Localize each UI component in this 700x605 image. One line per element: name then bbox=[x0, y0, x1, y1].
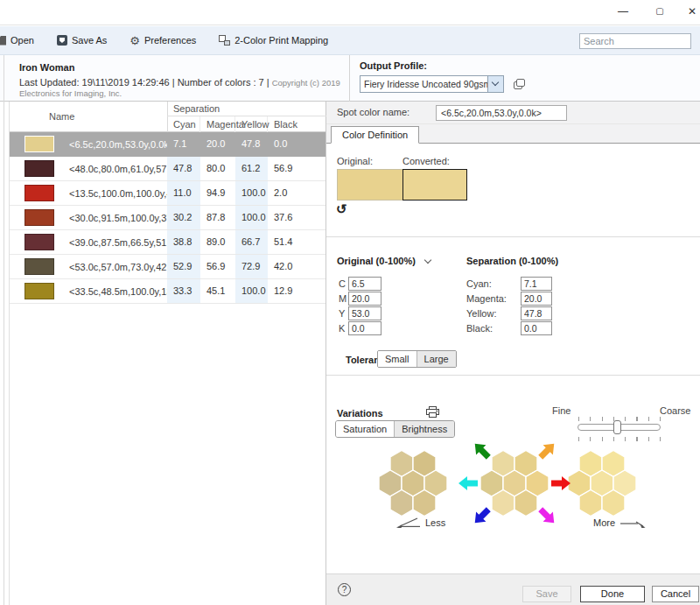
open-button[interactable]: Open bbox=[0, 35, 34, 46]
yellow-value: 66.7 bbox=[235, 230, 268, 254]
color-swatch bbox=[24, 234, 54, 250]
save-as-button[interactable]: Save As bbox=[57, 35, 107, 46]
hue-arrow-w-icon[interactable] bbox=[458, 476, 478, 490]
more-indicator: More bbox=[593, 517, 647, 528]
original-section-title[interactable]: Original (0-100%) bbox=[337, 256, 430, 266]
reset-icon[interactable]: ↺ bbox=[336, 202, 347, 215]
help-icon[interactable]: ? bbox=[338, 583, 351, 596]
close-button[interactable]: ✕ bbox=[682, 3, 700, 20]
editor-footer: ? Save Done Cancel bbox=[326, 573, 700, 605]
output-profile-select[interactable]: Fiery Iridesse Uncoated 90gsm v1F bbox=[360, 75, 504, 93]
column-header-black[interactable]: Black bbox=[268, 116, 326, 132]
color-swatch bbox=[24, 283, 54, 299]
yellow-value: 72.9 bbox=[235, 255, 268, 278]
left-edge-line bbox=[4, 55, 4, 605]
magenta-value: 94.9 bbox=[200, 181, 235, 205]
table-row[interactable]: <48.0c,80.0m,61.0y,57.0k>47.880.061.256.… bbox=[10, 157, 326, 181]
black-value: 51.4 bbox=[268, 230, 326, 254]
library-header: Iron Woman Last Updated: 19\11\2019 14:2… bbox=[0, 55, 700, 102]
hue-arrow-se-icon[interactable] bbox=[536, 504, 559, 528]
cyan-value: 7.1 bbox=[167, 132, 200, 156]
black-value: 56.9 bbox=[268, 157, 326, 180]
search-box bbox=[579, 33, 691, 49]
variation-hexagon[interactable] bbox=[413, 490, 436, 517]
color-list-panel: Name Separation Cyan Magenta Yellow Blac… bbox=[9, 102, 326, 605]
color-name: <39.0c,87.5m,66.5y,51.5k> bbox=[69, 237, 167, 248]
cancel-button[interactable]: Cancel bbox=[652, 586, 699, 602]
color-swatch bbox=[24, 160, 54, 177]
table-row[interactable]: <6.5c,20.0m,53.0y,0.0k>7.120.047.80.0 bbox=[10, 132, 326, 157]
color-editor-panel: Spot color name: Color Definition Origin… bbox=[326, 102, 700, 605]
preferences-button[interactable]: ⚙ Preferences bbox=[130, 35, 196, 46]
yellow-value: 47.8 bbox=[235, 132, 268, 156]
color-name: <30.0c,91.5m,100.0y,37.5k> bbox=[69, 213, 167, 223]
magenta-value: 20.0 bbox=[200, 132, 235, 156]
gear-icon: ⚙ bbox=[130, 35, 140, 46]
library-name: Iron Woman bbox=[19, 62, 349, 73]
preferences-label: Preferences bbox=[144, 35, 196, 46]
done-button[interactable]: Done bbox=[580, 586, 645, 602]
yellow-value: 100.0 bbox=[235, 181, 268, 205]
save-as-label: Save As bbox=[72, 35, 107, 46]
save-button[interactable]: Save bbox=[522, 586, 571, 602]
variation-step-slider[interactable] bbox=[578, 424, 661, 431]
original-swatch-label: Original: bbox=[337, 156, 373, 166]
library-info: Iron Woman Last Updated: 19\11\2019 14:2… bbox=[9, 55, 350, 102]
converted-color-swatch bbox=[402, 169, 467, 200]
library-meta: Last Updated: 19\11\2019 14:29:46 | Numb… bbox=[19, 77, 270, 88]
table-row[interactable]: <33.5c,48.5m,100.0y,13.0k>33.345.1100.01… bbox=[10, 279, 326, 304]
tolerance-toggle: SmallLarge bbox=[377, 350, 457, 368]
color-name: <48.0c,80.0m,61.0y,57.0k> bbox=[69, 164, 167, 174]
tab-color-definition[interactable]: Color Definition bbox=[331, 126, 419, 144]
hue-arrow-nw-icon[interactable] bbox=[470, 439, 494, 462]
yellow-value: 61.2 bbox=[235, 157, 268, 180]
column-header-magenta[interactable]: Magenta bbox=[200, 116, 235, 132]
two-color-print-mapping-button[interactable]: 2-Color Print Mapping bbox=[219, 35, 328, 46]
hex-cluster-center[interactable] bbox=[480, 451, 549, 517]
tolerance-small-button[interactable]: Small bbox=[378, 351, 417, 367]
profile-manager-icon[interactable] bbox=[514, 79, 526, 90]
output-profile-label: Output Profile: bbox=[360, 60, 700, 71]
printer-icon[interactable] bbox=[426, 406, 439, 418]
table-row[interactable]: <39.0c,87.5m,66.5y,51.5k>38.889.066.751.… bbox=[10, 230, 326, 255]
fine-label: Fine bbox=[552, 405, 570, 416]
separation-yellow-input[interactable] bbox=[521, 306, 552, 320]
converted-swatch-label: Converted: bbox=[402, 156, 450, 166]
hex-cluster-less[interactable] bbox=[379, 451, 447, 517]
variation-hexagon[interactable] bbox=[579, 490, 602, 517]
color-name: <6.5c,20.0m,53.0y,0.0k> bbox=[69, 139, 167, 150]
column-header-cyan[interactable]: Cyan bbox=[167, 116, 200, 132]
coarse-label: Coarse bbox=[660, 405, 690, 416]
titlebar: — ▢ ✕ bbox=[0, 0, 700, 25]
table-row[interactable]: <53.0c,57.0m,73.0y,42.0k>52.956.972.942.… bbox=[10, 255, 326, 279]
color-name: <53.0c,57.0m,73.0y,42.0k> bbox=[69, 262, 167, 272]
separation-magenta-input[interactable] bbox=[521, 292, 552, 306]
cyan-value: 33.3 bbox=[167, 279, 200, 303]
tolerance-large-button[interactable]: Large bbox=[417, 351, 456, 367]
table-row[interactable]: <13.5c,100.0m,100.0y,4.0k>11.094.9100.02… bbox=[10, 181, 326, 206]
separation-cyan-input[interactable] bbox=[521, 277, 552, 291]
variation-hexagon[interactable] bbox=[514, 490, 537, 517]
hue-arrow-sw-icon[interactable] bbox=[470, 504, 494, 528]
variations-label: Variations bbox=[337, 408, 383, 419]
table-row[interactable]: <30.0c,91.5m,100.0y,37.5k>30.287.8100.03… bbox=[10, 206, 326, 230]
minimize-button[interactable]: — bbox=[613, 3, 633, 20]
cyan-value: 30.2 bbox=[167, 206, 200, 229]
chevron-down-icon bbox=[424, 257, 431, 264]
column-header-name[interactable]: Name bbox=[49, 102, 74, 132]
output-profile-section: Output Profile: Fiery Iridesse Uncoated … bbox=[351, 55, 700, 102]
magenta-value: 80.0 bbox=[200, 157, 235, 180]
variation-hexagon[interactable] bbox=[492, 490, 514, 517]
search-input[interactable] bbox=[580, 36, 700, 46]
maximize-button[interactable]: ▢ bbox=[650, 3, 669, 20]
hue-arrow-ne-icon[interactable] bbox=[536, 439, 559, 462]
variation-hexagon[interactable] bbox=[602, 490, 625, 517]
variation-hexagon[interactable] bbox=[390, 490, 413, 517]
spot-color-name-input[interactable] bbox=[436, 105, 567, 121]
separation-black-input[interactable] bbox=[521, 321, 552, 335]
separation-section-title: Separation (0-100%) bbox=[466, 256, 558, 266]
open-icon bbox=[0, 36, 6, 46]
column-header-yellow[interactable]: Yellow bbox=[235, 116, 268, 132]
hex-cluster-more[interactable] bbox=[568, 451, 636, 517]
cyan-value: 11.0 bbox=[167, 181, 200, 205]
